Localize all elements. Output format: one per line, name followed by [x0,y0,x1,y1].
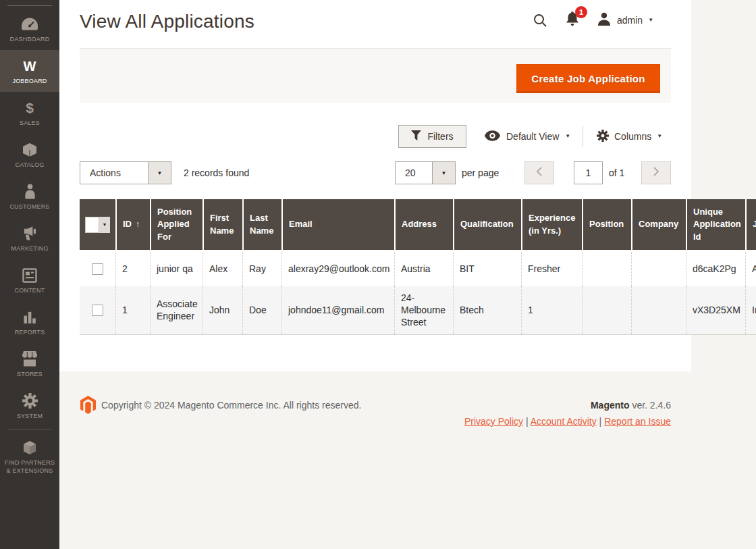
total-pages-label: of 1 [609,167,624,178]
chevron-down-icon: ▼ [657,134,662,139]
default-view-button[interactable]: Default View ▼ [485,126,570,147]
sidebar-item-find-partners-extensions[interactable]: FIND PARTNERS & EXTENSIONS [0,432,59,481]
cell-qualification: BIT [453,252,521,286]
column-label: Job Status [753,218,756,230]
admin-username: admin [617,15,643,26]
sidebar-item-system[interactable]: SYSTEM [0,385,59,427]
sidebar-item-reports[interactable]: REPORTS [0,301,59,343]
cell-position-applied-for: junior qa [150,252,202,286]
column-label: ID [123,218,132,230]
column-header-unique-application-id[interactable]: Unique Application Id [686,199,745,250]
row-checkbox[interactable] [92,305,103,316]
column-header-job-status[interactable]: Job Status [745,199,756,250]
table-row: 1Associate EngineerJohnDoejohndoe11@gmai… [80,286,756,334]
sidebar: DASHBOARDWJOBBOARD$SALESCATALOGCUSTOMERS… [0,0,59,549]
previous-page-button[interactable] [524,161,554,184]
column-header-qualification[interactable]: Qualification [453,199,521,250]
column-label: Address [402,218,437,230]
column-header-email[interactable]: Email [281,199,394,250]
cell-experience-in-yrs: 1 [521,286,582,334]
select-all-checkbox[interactable] [85,217,99,233]
system-icon [22,392,38,411]
header-actions: 1 admin ▼ [532,9,653,32]
select-all-dropdown[interactable]: ▼ [85,217,110,233]
sidebar-item-label: CATALOG [15,161,44,169]
actions-select[interactable]: Actions ▼ [80,161,171,184]
sales-icon: $ [26,99,34,117]
page-title: View All Applications [80,11,254,32]
column-header-company[interactable]: Company [631,199,686,250]
row-select-cell [80,286,115,334]
version-text: Magento ver. 2.4.6 [591,400,671,411]
eye-icon [485,130,500,143]
next-page-button[interactable] [641,161,671,184]
column-header-first-name[interactable]: First Name [202,199,242,250]
chevron-right-icon [653,167,659,179]
sidebar-item-customers[interactable]: CUSTOMERS [0,176,59,217]
actions-select-label: Actions [80,162,148,184]
find-partners-icon [22,438,38,457]
sidebar-section-divider [8,429,51,429]
cell-address: 24-Melbourne Street [394,286,453,334]
table-body: 2junior qaAlexRayalexray29@outlook.comAu… [80,252,756,335]
copyright-text: Copyright © 2024 Magento Commerce Inc. A… [101,400,361,411]
column-label: Qualification [460,218,514,230]
column-header-id[interactable]: ID↑ [115,199,150,250]
create-job-application-button[interactable]: Create Job Application [516,64,660,93]
column-label: Email [289,218,313,230]
sidebar-item-label: DASHBOARD [10,36,50,44]
filters-button[interactable]: Filters [398,125,466,148]
cell-position [582,252,631,286]
column-header-position[interactable]: Position [582,199,631,250]
cell-job-status: In Review [745,286,756,334]
sidebar-item-jobboard[interactable]: WJOBBOARD [0,50,59,92]
sidebar-item-stores[interactable]: STORES [0,343,59,385]
columns-button[interactable]: Columns ▼ [597,126,662,147]
column-label: Company [639,218,678,230]
column-label: Last Name [250,212,275,236]
column-header-experience-in-yrs[interactable]: Experience (in Yrs.) [521,199,582,250]
sidebar-item-marketing[interactable]: MARKETING [0,217,59,259]
column-label: Position Applied For [157,206,196,243]
marketing-icon [22,224,38,243]
chevron-down-icon: ▼ [148,162,171,184]
column-header-address[interactable]: Address [394,199,453,250]
sidebar-item-dashboard[interactable]: DASHBOARD [0,8,59,50]
controls-divider [583,126,583,147]
column-header-last-name[interactable]: Last Name [242,199,281,250]
sidebar-item-catalog[interactable]: CATALOG [0,134,59,176]
applications-grid: ▼ID↑Position Applied ForFirst NameLast N… [80,199,756,335]
sidebar-item-content[interactable]: CONTENT [0,259,59,301]
cell-address: Austria [394,252,453,286]
cell-unique-application-id: d6caK2Pg [686,252,745,286]
select-all-header[interactable]: ▼ [80,199,115,250]
cell-id: 2 [115,252,150,286]
customers-icon [24,182,36,201]
page-number-input[interactable] [574,161,603,184]
stores-icon [22,350,38,369]
cell-experience-in-yrs: Fresher [521,252,582,286]
footer-link-privacy-policy[interactable]: Privacy Policy [464,416,523,427]
cell-email: alexray29@outlook.com [281,252,394,286]
footer-link-account-activity[interactable]: Account Activity [531,416,597,427]
default-view-label: Default View [506,131,559,142]
dashboard-icon [21,15,38,34]
sidebar-item-label: REPORTS [15,329,45,337]
cell-unique-application-id: vX3D25XM [686,286,745,334]
per-page-select[interactable]: 20 ▼ [395,161,456,184]
column-label: First Name [210,212,236,236]
footer-links: Privacy Policy | Account Activity | Repo… [464,416,671,427]
row-checkbox[interactable] [92,263,103,275]
cell-first-name: John [202,286,242,334]
column-header-position-applied-for[interactable]: Position Applied For [150,199,202,250]
version-number: ver. 2.4.6 [632,400,671,411]
admin-menu-button[interactable]: admin ▼ [597,11,653,29]
column-label: Unique Application Id [693,206,741,243]
notifications-button[interactable]: 1 [566,11,579,30]
per-page-label: per page [462,167,499,178]
columns-label: Columns [614,131,651,142]
footer-link-report-an-issue[interactable]: Report an Issue [604,416,671,427]
search-icon[interactable] [532,12,548,28]
cell-company [631,252,686,286]
sidebar-item-sales[interactable]: $SALES [0,92,59,134]
